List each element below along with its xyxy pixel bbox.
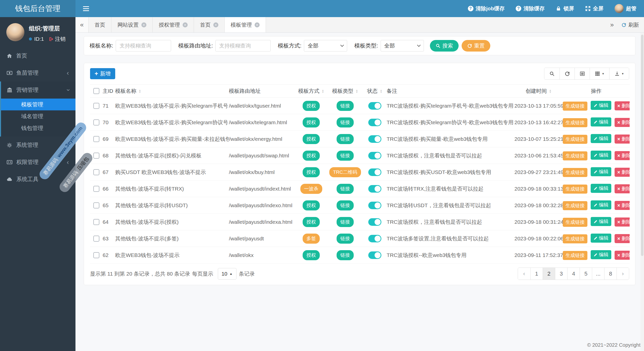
page-1[interactable]: 1 [530, 268, 543, 280]
row-checkbox[interactable] [93, 169, 99, 175]
select-all-checkbox[interactable] [93, 88, 99, 94]
delete-button[interactable]: ×删除 [615, 101, 630, 110]
edit-button[interactable]: 编辑 [591, 217, 611, 226]
sidebar-item-permission[interactable]: 权限管理 ‹ [0, 154, 75, 171]
delete-button[interactable]: ×删除 [615, 184, 630, 193]
generate-link-button[interactable]: 生成链接 [563, 251, 587, 260]
tab-template-mgmt[interactable]: 模板管理 × [225, 17, 266, 32]
edit-button[interactable]: 编辑 [591, 134, 611, 143]
clear-cache-button[interactable]: ? 清除缓存 [516, 5, 545, 12]
table-columns-button[interactable]: ▼ [590, 68, 609, 79]
generate-link-button[interactable]: 生成链接 [563, 234, 587, 243]
status-toggle[interactable] [368, 251, 381, 259]
sidebar-item-wallet-mgmt[interactable]: 钱包管理 [1, 122, 75, 134]
col-type[interactable]: 模板类型▲▼ [328, 84, 363, 98]
row-checkbox[interactable] [93, 153, 99, 159]
add-button[interactable]: + 新增 [90, 68, 115, 79]
delete-button[interactable]: ×删除 [615, 201, 630, 210]
scrollbar-track[interactable] [640, 33, 644, 351]
search-button[interactable]: 搜索 [430, 40, 459, 52]
delete-button[interactable]: ×删除 [615, 217, 630, 227]
sidebar-toggle-icon[interactable] [83, 6, 89, 11]
edit-button[interactable]: 编辑 [591, 200, 611, 209]
status-toggle[interactable] [368, 168, 381, 176]
generate-link-button[interactable]: 生成链接 [563, 118, 587, 127]
col-status[interactable]: 状态▲▼ [363, 84, 387, 98]
tab-site-settings[interactable]: 网站设置 × [111, 17, 153, 32]
page-5[interactable]: 5 [580, 268, 592, 280]
row-checkbox[interactable] [93, 119, 99, 125]
row-checkbox[interactable] [93, 252, 99, 258]
status-toggle[interactable] [368, 102, 381, 110]
sidebar-item-home[interactable]: 首页 [0, 47, 75, 64]
delete-button[interactable]: ×删除 [615, 118, 630, 127]
edit-button[interactable]: 编辑 [591, 151, 611, 160]
row-checkbox[interactable] [93, 136, 99, 142]
edit-button[interactable]: 编辑 [591, 101, 611, 110]
generate-link-button[interactable]: 生成链接 [563, 185, 587, 194]
app-title[interactable]: 钱包后台管理 [0, 0, 75, 17]
page-...[interactable]: ... [592, 268, 604, 280]
delete-button[interactable]: ×删除 [615, 234, 630, 243]
generate-link-button[interactable]: 生成链接 [563, 135, 587, 144]
generate-link-button[interactable]: 生成链接 [563, 102, 587, 111]
refresh-tab-button[interactable]: 刷新 [621, 21, 639, 28]
tab-auth-mgmt[interactable]: 授权管理 × [153, 17, 194, 32]
scrollbar-thumb[interactable] [641, 35, 643, 256]
delete-button[interactable]: ×删除 [615, 168, 630, 177]
col-method[interactable]: 模板方式▲▼ [295, 84, 328, 98]
edit-button[interactable]: 编辑 [591, 250, 611, 259]
table-refresh-button[interactable] [559, 68, 575, 79]
table-detail-view-button[interactable] [575, 68, 590, 79]
row-checkbox[interactable] [93, 186, 99, 192]
sidebar-item-tools[interactable]: 系统工具 ‹ [0, 171, 75, 188]
close-icon[interactable]: × [183, 22, 188, 27]
row-checkbox[interactable] [93, 219, 99, 225]
fullscreen-button[interactable]: 全屏 [585, 5, 603, 12]
sidebar-item-template-mgmt[interactable]: 模板管理 [1, 99, 75, 110]
edit-button[interactable]: 编辑 [591, 234, 611, 243]
sidebar-item-domain-mgmt[interactable]: 域名管理 [1, 110, 75, 122]
edit-button[interactable]: 编辑 [591, 117, 611, 126]
edit-button[interactable]: 编辑 [591, 184, 611, 193]
delete-button[interactable]: ×删除 [615, 135, 630, 144]
table-export-button[interactable]: ▼ [609, 68, 629, 79]
status-toggle[interactable] [368, 202, 381, 209]
status-toggle[interactable] [368, 152, 381, 159]
page-8[interactable]: 8 [604, 268, 617, 280]
close-icon[interactable]: × [213, 22, 218, 27]
col-name[interactable]: 模板名称▲▼ [115, 84, 229, 98]
tab-home[interactable]: 首页 [89, 17, 111, 32]
close-icon[interactable]: × [141, 22, 146, 27]
row-checkbox[interactable] [93, 202, 99, 208]
edit-button[interactable]: 编辑 [591, 167, 611, 176]
template-type-select[interactable]: 全部 [381, 40, 424, 52]
status-toggle[interactable] [368, 218, 381, 226]
sidebar-item-fish[interactable]: 鱼苗管理 ‹ [0, 64, 75, 81]
generate-link-button[interactable]: 生成链接 [563, 168, 587, 177]
lock-screen-button[interactable]: 锁屏 [556, 5, 574, 12]
page-next[interactable]: › [617, 268, 629, 280]
page-2[interactable]: 2 [543, 268, 555, 280]
page-size-select[interactable]: 10 ▲ [218, 268, 236, 280]
tabs-scroll-left-icon[interactable]: « [75, 17, 89, 32]
status-toggle[interactable] [368, 235, 381, 242]
status-toggle[interactable] [368, 135, 381, 143]
template-name-input[interactable] [116, 40, 171, 52]
close-icon[interactable]: × [255, 22, 260, 27]
delete-button[interactable]: ×删除 [615, 151, 630, 160]
generate-link-button[interactable]: 生成链接 [563, 201, 587, 210]
status-toggle[interactable] [368, 185, 381, 193]
template-route-input[interactable] [215, 40, 271, 52]
sidebar-item-system[interactable]: 系统管理 ‹ [0, 137, 75, 154]
generate-link-button[interactable]: 生成链接 [563, 151, 587, 160]
tab-home-2[interactable]: 首页 × [194, 17, 225, 32]
generate-link-button[interactable]: 生成链接 [563, 218, 587, 227]
row-checkbox[interactable] [93, 236, 99, 242]
logout-link[interactable]: 注销 [48, 35, 66, 42]
clear-job-cache-button[interactable]: ? 清除job缓存 [468, 5, 505, 12]
user-menu[interactable]: 超管 [615, 4, 636, 13]
sidebar-item-marketing[interactable]: 营销管理 ‹ [1, 81, 75, 99]
row-checkbox[interactable] [93, 103, 99, 109]
delete-button[interactable]: ×删除 [615, 251, 630, 260]
